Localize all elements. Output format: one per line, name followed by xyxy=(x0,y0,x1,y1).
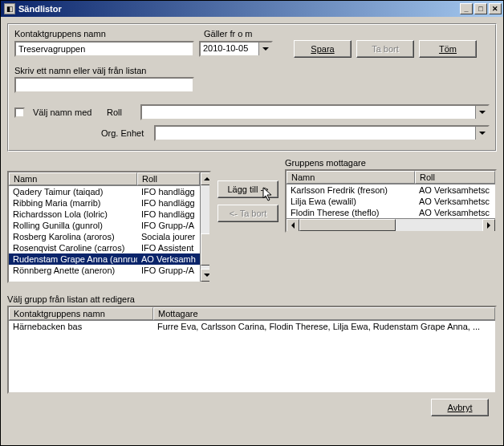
list-item[interactable]: Lilja Ewa (ewalil)AO Verksamhetsc xyxy=(287,196,495,207)
cell-role: Sociala jourer xyxy=(137,232,200,241)
scroll-left-icon[interactable] xyxy=(287,219,299,232)
window-buttons: _ □ ✕ xyxy=(460,3,502,14)
select-name-with-label: Välj namn med xyxy=(33,107,102,117)
scroll-down-icon[interactable] xyxy=(201,269,211,282)
window: ◧ Sändlistor _ □ ✕ Kontaktgruppens namn … xyxy=(0,0,504,446)
recipients-list-body[interactable]: Karlsson Fredrik (freson)AO Verksamhetsc… xyxy=(287,184,495,218)
save-button[interactable]: Spara xyxy=(294,40,352,58)
cancel-button[interactable]: Avbryt xyxy=(431,399,489,416)
list-item[interactable]: Rosenqvist Caroline (carros)IFO Assisten… xyxy=(9,242,200,253)
groups-list-header: Kontaktgruppens namn Mottagare xyxy=(9,307,495,321)
source-list-body[interactable]: Qadery Taimur (taiqad)IFO handläggRibbin… xyxy=(9,186,200,282)
org-unit-label: Org. Enhet xyxy=(101,128,149,138)
recipients-list[interactable]: Namn Roll Karlsson Fredrik (freson)AO Ve… xyxy=(285,169,497,233)
scrollbar-horizontal[interactable] xyxy=(287,218,495,231)
cell-recipients: Furre Eva, Carlsson Carina, Flodin There… xyxy=(153,322,495,331)
cell-name: Lilja Ewa (ewalil) xyxy=(287,197,415,206)
cell-name: Rosenqvist Caroline (carros) xyxy=(9,243,137,253)
valid-from-value: 2010-10-05 xyxy=(201,43,258,55)
valid-from-date[interactable]: 2010-10-05 xyxy=(199,41,273,57)
source-list-header: Namn Roll xyxy=(9,172,200,186)
scroll-right-icon[interactable] xyxy=(482,219,495,232)
role-label: Roll xyxy=(107,107,136,117)
col-name[interactable]: Namn xyxy=(287,171,415,184)
cell-name: Qadery Taimur (taiqad) xyxy=(9,187,137,197)
dropdown-icon[interactable] xyxy=(475,127,488,140)
role-combo[interactable] xyxy=(140,104,490,120)
cell-name: Rosberg Karolina (aroros) xyxy=(9,232,137,241)
group-name-label: Kontaktgruppens namn xyxy=(14,29,199,39)
select-group-label: Välj grupp från listan att redigera xyxy=(7,294,497,304)
clear-button[interactable]: Töm xyxy=(419,40,477,58)
cell-role: AO Verksamhetsc xyxy=(415,197,495,206)
cell-name: Ribbing Maria (marrib) xyxy=(9,198,137,208)
list-item[interactable]: Härnebacken basFurre Eva, Carlsson Carin… xyxy=(9,321,495,332)
cell-role: IFO Grupp-/A xyxy=(137,221,200,230)
scroll-track[interactable] xyxy=(396,219,482,231)
cell-name: Rönnberg Anette (aneron) xyxy=(9,266,137,275)
window-title: Sändlistor xyxy=(18,4,460,14)
cell-role: IFO Assistent xyxy=(137,243,200,253)
list-item[interactable]: Qadery Taimur (taiqad)IFO handlägg xyxy=(9,186,200,197)
scroll-thumb[interactable] xyxy=(201,233,211,266)
cell-role: IFO Grupp-/A xyxy=(137,266,200,275)
dropdown-icon[interactable] xyxy=(475,106,488,119)
cell-role: IFO handlägg xyxy=(137,209,200,219)
scroll-track[interactable] xyxy=(201,185,211,233)
cell-name: Richardsson Lola (lolric) xyxy=(9,209,137,219)
client-area: Kontaktgruppens namn Gäller fr o m 2010-… xyxy=(1,17,503,445)
group-name-input[interactable] xyxy=(14,41,194,57)
list-item[interactable]: Rudenstam Grape Anna (annrud)AO Verksamh xyxy=(9,253,200,265)
cell-role: IFO handlägg xyxy=(137,198,200,208)
type-name-input[interactable] xyxy=(14,77,194,93)
cell-role: IFO handlägg xyxy=(137,187,200,197)
maximize-button[interactable]: □ xyxy=(474,3,487,14)
app-icon: ◧ xyxy=(4,3,15,14)
list-item[interactable]: Karlsson Fredrik (freson)AO Verksamhetsc xyxy=(287,184,495,196)
col-recipients[interactable]: Mottagare xyxy=(153,307,495,320)
list-item[interactable]: Rönnberg Anette (aneron)IFO Grupp-/A xyxy=(9,265,200,276)
titlebar: ◧ Sändlistor _ □ ✕ xyxy=(1,1,503,17)
role-value xyxy=(142,106,475,119)
groups-list-body[interactable]: Härnebacken basFurre Eva, Carlsson Carin… xyxy=(9,321,495,392)
cell-group-name: Härnebacken bas xyxy=(9,322,153,331)
recipients-list-header: Namn Roll xyxy=(287,171,495,184)
col-name[interactable]: Namn xyxy=(9,172,137,185)
recipients-label: Gruppens mottagare xyxy=(285,158,497,168)
valid-from-label: Gäller fr o m xyxy=(204,29,276,39)
list-item[interactable]: Flodin Therese (theflo)AO Verksamhetsc xyxy=(287,207,495,218)
top-group: Kontaktgruppens namn Gäller fr o m 2010-… xyxy=(7,23,497,152)
cell-role: AO Verksamh xyxy=(137,254,200,264)
minimize-button[interactable]: _ xyxy=(460,3,473,14)
cell-name: Rolling Gunilla (gunrol) xyxy=(9,221,137,230)
col-group-name[interactable]: Kontaktgruppens namn xyxy=(9,307,153,320)
cell-name: Flodin Therese (theflo) xyxy=(287,208,415,217)
org-unit-value xyxy=(156,127,475,140)
cell-role: AO Verksamhetsc xyxy=(415,208,495,217)
cell-name: Karlsson Fredrik (freson) xyxy=(287,185,415,195)
list-item[interactable]: Ribbing Maria (marrib)IFO handlägg xyxy=(9,197,200,209)
groups-list[interactable]: Kontaktgruppens namn Mottagare Härneback… xyxy=(7,306,497,394)
add-button[interactable]: Lägg till -> xyxy=(217,180,278,198)
scrollbar-vertical[interactable] xyxy=(200,172,211,282)
bottom-button-bar: Avbryt xyxy=(7,394,497,424)
list-item[interactable]: Rolling Gunilla (gunrol)IFO Grupp-/A xyxy=(9,220,200,231)
type-name-label: Skriv ett namn eller välj från listan xyxy=(14,66,490,75)
col-role[interactable]: Roll xyxy=(137,172,200,185)
source-list[interactable]: Namn Roll Qadery Taimur (taiqad)IFO hand… xyxy=(7,171,211,283)
delete-button: Ta bort xyxy=(356,40,414,58)
cell-name: Rudenstam Grape Anna (annrud) xyxy=(9,254,137,264)
list-item[interactable]: Richardsson Lola (lolric)IFO handlägg xyxy=(9,209,200,220)
list-item[interactable]: Rosberg Karolina (aroros)Sociala jourer xyxy=(9,231,200,242)
close-button[interactable]: ✕ xyxy=(489,3,502,14)
org-unit-combo[interactable] xyxy=(154,125,490,141)
col-role[interactable]: Roll xyxy=(415,171,495,184)
scroll-thumb[interactable] xyxy=(299,219,396,231)
select-name-with-checkbox[interactable] xyxy=(14,107,25,118)
scroll-up-icon[interactable] xyxy=(201,172,211,185)
dropdown-icon[interactable] xyxy=(258,43,271,55)
remove-button: <- Ta bort xyxy=(217,205,278,222)
cell-role: AO Verksamhetsc xyxy=(415,185,495,195)
